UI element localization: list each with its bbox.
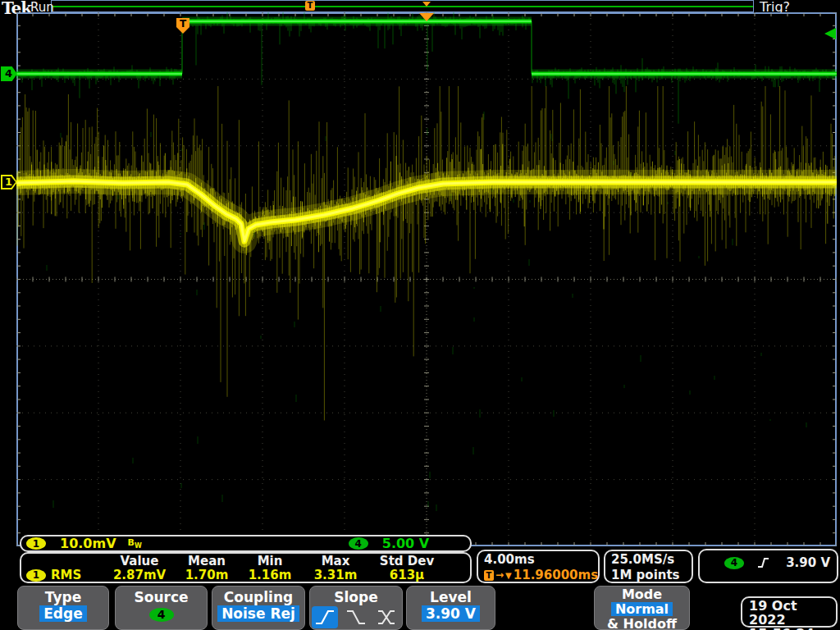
trigger-position-icon[interactable] bbox=[419, 13, 434, 21]
delay-triangle-icon: ▼ bbox=[505, 571, 512, 580]
ch1-badge: 1 bbox=[26, 569, 46, 582]
ch1-badge[interactable]: 1 bbox=[26, 537, 46, 550]
meas-min: 1.16m bbox=[238, 568, 302, 582]
trigger-readout[interactable]: 4 3.90 V bbox=[698, 549, 838, 583]
slope-either-button[interactable] bbox=[374, 606, 400, 628]
channel-readout-bar: 1 10.0mV BW 4 5.00 V bbox=[20, 535, 472, 552]
meas-stddev: 613µ bbox=[369, 568, 445, 582]
rising-edge-icon bbox=[756, 555, 772, 570]
acquisition-readout: 25.0MS/s 1M points bbox=[604, 550, 693, 583]
trigger-source-value-badge: 4 bbox=[149, 608, 174, 622]
datetime-display: 19 Oct 2022 15:56:24 bbox=[741, 596, 838, 628]
slope-rising-button[interactable] bbox=[312, 606, 338, 628]
record-trigger-position-icon bbox=[422, 2, 431, 7]
delay-arrow-icon: → bbox=[495, 569, 504, 581]
record-view-bar: T bbox=[51, 0, 754, 12]
ch4-badge[interactable]: 4 bbox=[349, 537, 368, 550]
delay-value: 11.96000ms bbox=[514, 568, 598, 582]
either-slope-icon bbox=[377, 609, 398, 626]
rising-slope-icon bbox=[314, 609, 336, 626]
record-trigger-t-marker: T bbox=[305, 1, 315, 11]
ch1-bandwidth-icon: BW bbox=[128, 537, 142, 550]
record-trace-line bbox=[52, 6, 753, 7]
waveform-display bbox=[16, 12, 837, 546]
trigger-level-arrow-icon[interactable] bbox=[824, 28, 836, 39]
trigger-level-value: 3.90 V bbox=[786, 555, 830, 570]
ch1-scale-readout[interactable]: 10.0mV bbox=[60, 536, 116, 551]
menu-trigger-mode[interactable]: Mode Normal & Holdoff bbox=[594, 586, 690, 630]
meas-header-mean: Mean bbox=[176, 555, 238, 568]
meas-mean: 1.70m bbox=[176, 568, 238, 582]
falling-slope-icon bbox=[345, 609, 367, 626]
meas-row-label: 1 RMS bbox=[25, 568, 103, 582]
measurement-table: Value Mean Min Max Std Dev 1 RMS 2.87mV … bbox=[20, 552, 472, 583]
trigger-type-value: Edge bbox=[39, 605, 86, 622]
meas-max: 3.31m bbox=[302, 568, 369, 582]
ch4-scale-readout[interactable]: 5.00 V bbox=[382, 536, 429, 551]
meas-corner bbox=[25, 555, 103, 568]
meas-value: 2.87mV bbox=[103, 568, 176, 582]
time-value: 15:56:24 bbox=[749, 627, 836, 630]
record-length: 1M points bbox=[611, 568, 686, 583]
timebase-scale: 4.00ms bbox=[484, 552, 592, 567]
menu-trigger-source[interactable]: Source 4 bbox=[115, 586, 208, 630]
trigger-delay-readout: T → ▼ 11.96000ms bbox=[484, 568, 592, 582]
menu-trigger-coupling[interactable]: Coupling Noise Rej bbox=[212, 586, 305, 630]
ch1-ground-marker[interactable]: 1 bbox=[1, 175, 17, 189]
trigger-source-badge: 4 bbox=[724, 557, 744, 569]
meas-header-min: Min bbox=[238, 555, 302, 568]
trigger-level-menu-value: 3.90 V bbox=[422, 605, 480, 622]
graticule bbox=[16, 12, 837, 546]
meas-header-max: Max bbox=[302, 555, 369, 568]
trigger-coupling-value: Noise Rej bbox=[217, 605, 299, 622]
sample-rate: 25.0MS/s bbox=[611, 552, 686, 568]
oscilloscope-screen: T Tek Run Trig? 4 1 T 1 10.0mV BW 4 5.00… bbox=[0, 0, 840, 630]
slope-falling-button[interactable] bbox=[343, 606, 369, 628]
menu-trigger-slope[interactable]: Slope bbox=[309, 586, 403, 630]
delay-t-icon: T bbox=[484, 570, 494, 581]
menu-trigger-level[interactable]: Level 3.90 V bbox=[406, 586, 495, 630]
date-value: 19 Oct 2022 bbox=[749, 599, 836, 627]
trigger-mode-value: Normal bbox=[611, 602, 673, 616]
ch4-ground-marker[interactable]: 4 bbox=[1, 66, 17, 81]
trigger-mode-holdoff: & Holdoff bbox=[595, 617, 689, 630]
meas-header-stddev: Std Dev bbox=[369, 555, 445, 568]
timebase-readout[interactable]: 4.00ms T → ▼ 11.96000ms bbox=[477, 550, 600, 583]
menu-trigger-type[interactable]: Type Edge bbox=[17, 586, 109, 630]
meas-header-value: Value bbox=[103, 555, 176, 568]
